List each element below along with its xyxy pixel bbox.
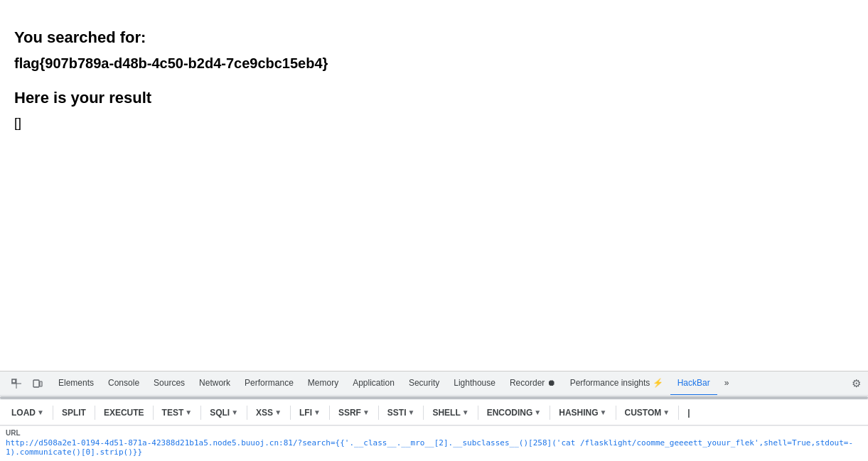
search-label: You searched for: xyxy=(14,28,854,47)
tab-sources[interactable]: Sources xyxy=(146,371,192,396)
ssrf-arrow: ▼ xyxy=(363,408,370,416)
shell-arrow: ▼ xyxy=(462,408,469,416)
url-value[interactable]: http://d508a2e1-0194-4d51-871a-42388d21b… xyxy=(6,438,862,457)
devtools-tab-bar: Elements Console Sources Network Perform… xyxy=(0,371,868,396)
lfi-button[interactable]: LFI ▼ xyxy=(292,403,328,423)
search-value: flag{907b789a-d48b-4c50-b2d4-7ce9cbc15eb… xyxy=(14,55,854,72)
tab-console[interactable]: Console xyxy=(101,371,146,396)
tab-recorder[interactable]: Recorder ⏺ xyxy=(503,371,563,396)
toolbar-divider-1 xyxy=(53,406,53,420)
load-arrow: ▼ xyxy=(37,408,44,416)
ssrf-button[interactable]: SSRF ▼ xyxy=(331,403,377,423)
settings-icon[interactable]: ⚙ xyxy=(847,374,865,393)
svg-rect-4 xyxy=(40,381,42,386)
tab-application[interactable]: Application xyxy=(345,371,402,396)
sqli-button[interactable]: SQLI ▼ xyxy=(203,403,245,423)
load-button[interactable]: LOAD ▼ xyxy=(4,403,51,423)
tab-memory[interactable]: Memory xyxy=(301,371,345,396)
main-content: You searched for: flag{907b789a-d48b-4c5… xyxy=(0,0,868,334)
ssti-button[interactable]: SSTI ▼ xyxy=(380,403,422,423)
toolbar-divider-11 xyxy=(550,406,550,420)
tab-performance-insights[interactable]: Performance insights ⚡ xyxy=(563,371,670,396)
toolbar-divider-8 xyxy=(378,406,379,420)
xss-arrow: ▼ xyxy=(274,408,282,416)
toolbar-divider-5 xyxy=(247,406,247,420)
devtools-panel: Elements Console Sources Network Perform… xyxy=(0,371,868,461)
devtools-left-icons xyxy=(3,374,51,393)
tab-more[interactable]: » xyxy=(717,371,736,396)
tab-security[interactable]: Security xyxy=(402,371,446,396)
custom-arrow: ▼ xyxy=(663,408,670,416)
execute-button[interactable]: EXECUTE xyxy=(97,403,151,423)
tab-performance[interactable]: Performance xyxy=(237,371,301,396)
tab-network[interactable]: Network xyxy=(192,371,237,396)
split-button[interactable]: SPLIT xyxy=(55,403,93,423)
hashing-button[interactable]: HASHING ▼ xyxy=(552,403,614,423)
svg-rect-0 xyxy=(12,379,16,383)
encoding-button[interactable]: ENCODING ▼ xyxy=(480,403,549,423)
toolbar: LOAD ▼ SPLIT EXECUTE TEST ▼ SQLI ▼ XSS ▼… xyxy=(0,400,868,425)
toolbar-divider-10 xyxy=(478,406,478,420)
toolbar-divider-12 xyxy=(616,406,616,420)
scrollbar-area xyxy=(0,396,868,400)
shell-button[interactable]: SHELL ▼ xyxy=(425,403,476,423)
toolbar-divider-13 xyxy=(678,406,679,420)
encoding-arrow: ▼ xyxy=(534,408,541,416)
toolbar-divider-2 xyxy=(95,406,95,420)
test-arrow: ▼ xyxy=(185,408,192,416)
xss-button[interactable]: XSS ▼ xyxy=(249,403,289,423)
toolbar-divider-6 xyxy=(290,406,291,420)
scrollbar-thumb[interactable] xyxy=(0,396,868,399)
tab-lighthouse[interactable]: Lighthouse xyxy=(446,371,503,396)
ssti-arrow: ▼ xyxy=(408,408,415,416)
url-label: URL xyxy=(6,429,862,437)
toolbar-divider-4 xyxy=(200,406,201,420)
result-value: [] xyxy=(14,116,854,131)
url-bar: URL http://d508a2e1-0194-4d51-871a-42388… xyxy=(0,425,868,461)
toolbar-divider-9 xyxy=(423,406,424,420)
result-label: Here is your result xyxy=(14,89,854,107)
sqli-arrow: ▼ xyxy=(231,408,238,416)
test-button[interactable]: TEST ▼ xyxy=(155,403,200,423)
device-icon[interactable] xyxy=(28,374,47,393)
custom-button[interactable]: CUSTOM ▼ xyxy=(618,403,677,423)
tab-hackbar[interactable]: HackBar xyxy=(670,371,717,396)
svg-rect-3 xyxy=(33,380,39,387)
lfi-arrow: ▼ xyxy=(314,408,321,416)
tab-elements[interactable]: Elements xyxy=(51,371,101,396)
hashing-arrow: ▼ xyxy=(600,408,607,416)
inspect-icon[interactable] xyxy=(7,374,26,393)
toolbar-divider-7 xyxy=(329,406,330,420)
toolbar-divider-3 xyxy=(153,406,154,420)
overflow-indicator[interactable]: | xyxy=(680,403,697,423)
